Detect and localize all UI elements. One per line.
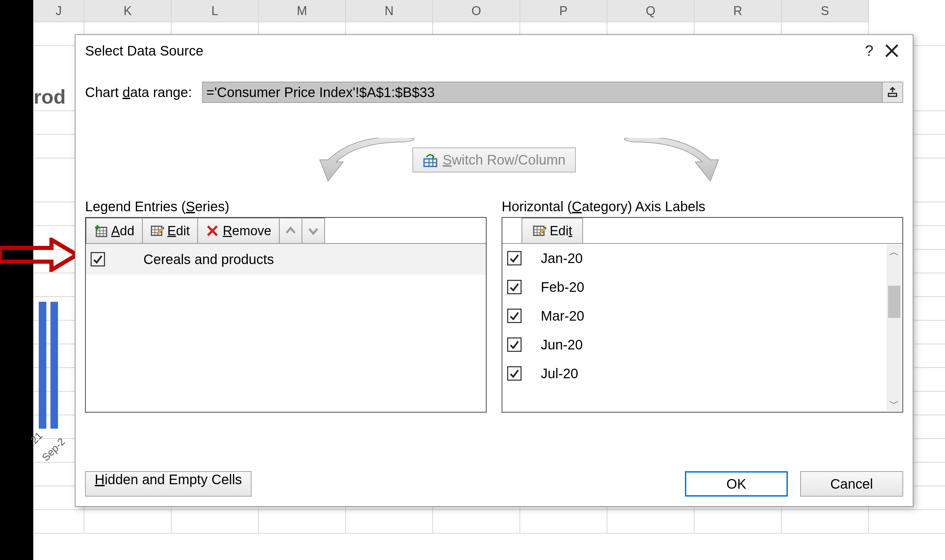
collapse-range-button[interactable] [882,82,902,102]
category-item[interactable]: Feb-20 [503,272,886,302]
add-series-button[interactable]: Add [86,218,143,243]
category-item-label: Jan-20 [541,251,583,266]
col-head-m[interactable]: M [259,0,346,22]
checkbox[interactable] [507,280,521,294]
checkbox[interactable] [507,251,521,265]
chevron-up-icon [284,224,298,238]
checkbox[interactable] [507,309,521,323]
close-button[interactable] [880,40,903,62]
cancel-button[interactable]: Cancel [800,471,903,497]
ok-button[interactable]: OK [685,471,788,497]
switch-button-label: Switch Row/Column [442,152,566,168]
checkbox[interactable] [91,252,105,266]
edit-series-button[interactable]: Edit [142,218,198,243]
category-item-label: Mar-20 [541,308,584,324]
category-item[interactable]: Mar-20 [503,302,886,330]
scrollbar[interactable]: ︿ ﹀ [886,245,902,411]
col-head-l[interactable]: L [171,0,259,22]
axis-labels-box: Edit Jan-20Feb-20Mar-20Jun-20Jul-20 ︿ ﹀ [502,217,903,412]
category-list[interactable]: Jan-20Feb-20Mar-20Jun-20Jul-20 [503,244,902,412]
series-item[interactable]: Cereals and products [86,244,486,275]
background-black-strip [0,0,33,560]
col-head-o[interactable]: O [433,0,520,22]
add-icon [94,224,108,238]
category-item[interactable]: Jan-20 [503,244,886,272]
checkbox[interactable] [507,337,521,352]
category-item[interactable]: Jun-20 [503,330,886,359]
hidden-empty-cells-button[interactable]: Hidden and Empty Cells [85,471,251,497]
chart-data-range-input[interactable] [203,82,882,102]
category-item[interactable]: Jul-20 [503,359,886,388]
col-head-n[interactable]: N [346,0,433,22]
select-data-source-dialog: Select Data Source ? Chart data range: S… [75,34,913,507]
category-item-label: Jun-20 [541,337,583,352]
curve-arrow-left-icon [316,138,419,185]
remove-series-button[interactable]: Remove [197,218,280,243]
remove-icon [205,224,219,238]
curve-arrow-right-icon [620,138,723,185]
col-head-k[interactable]: K [85,0,171,22]
category-item-label: Feb-20 [541,280,584,295]
edit-icon [150,224,164,238]
col-head-j[interactable]: J [34,0,85,22]
series-list[interactable]: Cereals and products [86,244,486,412]
col-head-q[interactable]: Q [607,0,695,22]
col-head-r[interactable]: R [695,0,782,22]
dialog-title: Select Data Source [85,43,858,58]
range-select-icon [886,86,898,98]
chart-data-range-label: Chart data range: [85,85,192,100]
annotation-arrow-icon [0,238,79,272]
close-icon [885,43,899,58]
col-head-p[interactable]: P [520,0,607,22]
checkbox[interactable] [507,366,521,381]
chevron-down-icon [307,224,320,238]
move-up-button[interactable] [279,218,302,243]
edit-axis-button[interactable]: Edit [521,218,583,243]
switch-icon [423,152,438,168]
category-item-label: Jul-20 [541,366,578,382]
axis-labels-label: Horizontal (Category) Axis Labels [502,199,903,214]
column-headers: J K L M N O P Q R S [34,0,945,22]
scroll-down-icon[interactable]: ﹀ [889,396,899,411]
svg-rect-0 [888,93,897,96]
legend-entries-box: Add Edit Remove [85,217,487,412]
edit-icon [533,224,546,238]
scroll-up-icon[interactable]: ︿ [889,245,899,260]
scroll-thumb[interactable] [888,286,900,318]
move-down-button[interactable] [302,218,325,243]
chart-bars-fragment [39,302,58,429]
series-item-label: Cereals and products [114,252,274,267]
col-head-s[interactable]: S [782,0,869,22]
dialog-title-bar: Select Data Source ? [76,35,913,66]
chart-title-fragment: rod [34,85,66,108]
chart-data-range-field[interactable] [202,82,903,103]
help-button[interactable]: ? [858,40,880,62]
switch-row-column-button[interactable]: Switch Row/Column [412,148,576,172]
legend-entries-label: Legend Entries (Series) [85,199,487,214]
axis-label-fragment: 21 Sep-2 [31,432,70,455]
